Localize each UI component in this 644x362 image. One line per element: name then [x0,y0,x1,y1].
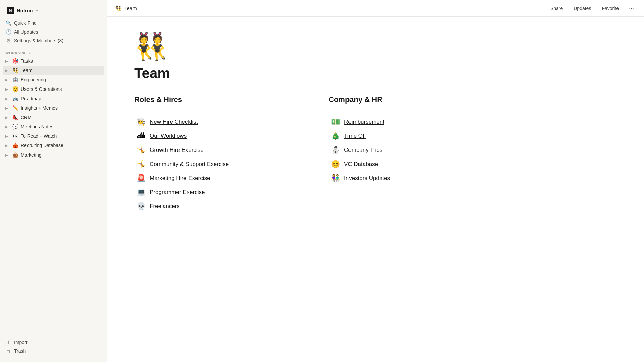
insights-label: Insights + Memos [21,105,58,111]
marketing-hire-label: Marketing Hire Exercise [150,175,210,182]
updates-button[interactable]: Updates [571,4,594,12]
sidebar-item-team[interactable]: ▶ 👯 Team [3,66,104,75]
workflows-label: Our Workflows [150,133,187,139]
arrow-icon: ▶ [5,125,10,129]
sidebar-item-meetings[interactable]: ▶ 💬 Meetings Notes [3,122,104,131]
programmer-emoji: 💻 [136,188,146,197]
investors-label: Investors Updates [344,175,390,182]
sidebar-item-engineering[interactable]: ▶ 🤖 Engineering [3,75,104,84]
app-title[interactable]: N Notion ▾ [4,5,103,16]
read-emoji: 👀 [12,133,19,139]
sidebar-item-tasks[interactable]: ▶ 🎯 Tasks [3,56,104,66]
import-label: Import [14,340,28,345]
crm-emoji: 👠 [12,114,19,120]
sidebar-item-users-operations[interactable]: ▶ 😊 Users & Operations [3,84,104,94]
page-cover-emoji: 👯 [134,33,617,60]
trash-icon: 🗑 [5,348,11,354]
arrow-icon: ▶ [5,134,10,138]
arrow-icon: ▶ [5,59,10,63]
sidebar-item-insights-memos[interactable]: ▶ ✏️ Insights + Memos [3,103,104,113]
clock-icon: 🕐 [5,29,11,35]
roles-hires-section: Roles & Hires 🧑‍🍳 New Hire Checklist 🏙 O… [134,95,309,214]
sidebar-item-quick-find[interactable]: 🔍 Quick Find [3,19,104,27]
sidebar-item-trash[interactable]: 🗑 Trash [3,347,104,355]
link-programmer-exercise[interactable]: 💻 Programmer Exercise [134,185,309,199]
tasks-label: Tasks [21,58,33,64]
freelancers-emoji: 💀 [136,202,146,211]
tasks-emoji: 🎯 [12,58,19,64]
link-freelancers[interactable]: 💀 Freelancers [134,199,309,214]
link-our-workflows[interactable]: 🏙 Our Workflows [134,129,309,143]
sidebar-top: N Notion ▾ [0,3,107,17]
roadmap-emoji: 🚌 [12,96,19,102]
link-community-support[interactable]: 🤸 Community & Support Exercise [134,157,309,171]
marketing-emoji: 👜 [12,152,19,158]
insights-emoji: ✏️ [12,105,19,111]
page-title: Team [134,65,617,82]
arrow-icon: ▶ [5,69,10,72]
link-marketing-hire[interactable]: 🚨 Marketing Hire Exercise [134,171,309,185]
workflows-emoji: 🏙 [136,132,146,140]
new-hire-emoji: 🧑‍🍳 [136,118,146,126]
link-growth-hire-exercise[interactable]: 🤸 Growth Hire Exercise [134,143,309,157]
team-emoji: 👯 [12,67,19,73]
link-new-hire-checklist[interactable]: 🧑‍🍳 New Hire Checklist [134,115,309,129]
content-grid: Roles & Hires 🧑‍🍳 New Hire Checklist 🏙 O… [134,95,503,214]
sidebar-item-settings[interactable]: ⚙ Settings & Members (8) [3,36,104,45]
link-time-off[interactable]: 🎄 Time Off [329,129,503,143]
growth-hire-emoji: 🤸 [136,146,146,155]
sidebar-workspace: ▶ 🎯 Tasks ▶ 👯 Team ▶ 🤖 Engineering ▶ 😊 U… [0,56,107,160]
team-label: Team [21,68,32,73]
favorite-button[interactable]: Favorite [599,4,622,12]
recruiting-emoji: 🎪 [12,142,19,148]
crm-label: CRM [21,115,32,120]
sidebar-item-settings-label: Settings & Members (8) [14,38,63,43]
sidebar-item-marketing[interactable]: ▶ 👜 Marketing [3,150,104,160]
link-investors-updates[interactable]: 👫 Investors Updates [329,171,503,185]
read-label: To Read + Watch [21,133,57,139]
page-content: 👯 Team Roles & Hires 🧑‍🍳 New Hire Checkl… [107,17,644,362]
arrow-icon: ▶ [5,106,10,110]
sidebar-item-all-updates[interactable]: 🕐 All Updates [3,27,104,36]
company-hr-heading: Company & HR [329,95,503,104]
topbar-page-emoji: 👯 [115,5,122,11]
topbar-title: 👯 Team [115,5,137,11]
vc-database-emoji: 😊 [330,160,341,169]
trash-label: Trash [14,348,26,354]
share-button[interactable]: Share [548,4,566,12]
users-emoji: 😊 [12,86,19,92]
meetings-emoji: 💬 [12,124,19,130]
users-label: Users & Operations [21,86,62,92]
community-label: Community & Support Exercise [150,161,229,168]
sidebar-item-to-read-watch[interactable]: ▶ 👀 To Read + Watch [3,131,104,141]
arrow-icon: ▶ [5,116,10,119]
meetings-label: Meetings Notes [21,124,53,129]
sidebar-item-roadmap[interactable]: ▶ 🚌 Roadmap [3,94,104,103]
arrow-icon: ▶ [5,144,10,147]
link-vc-database[interactable]: 😊 VC Database [329,157,503,171]
company-trips-label: Company Trips [344,147,382,154]
freelancers-label: Freelancers [150,203,180,210]
time-off-emoji: 🎄 [330,132,341,140]
sidebar-nav: 🔍 Quick Find 🕐 All Updates ⚙ Settings & … [0,17,107,46]
community-emoji: 🤸 [136,160,146,169]
workspace-label: WORKSPACE [0,46,107,56]
sidebar-item-crm[interactable]: ▶ 👠 CRM [3,113,104,122]
arrow-icon: ▶ [5,153,10,157]
growth-hire-label: Growth Hire Exercise [150,147,204,154]
reimbursement-emoji: 💵 [330,118,341,126]
link-company-trips[interactable]: ⛄ Company Trips [329,143,503,157]
more-button[interactable]: ··· [627,3,636,13]
sidebar-item-import[interactable]: ⬇ Import [3,338,104,347]
notion-icon: N [7,7,14,14]
marketing-hire-emoji: 🚨 [136,174,146,183]
investors-emoji: 👫 [330,174,341,183]
recruiting-label: Recruiting Database [21,143,63,148]
sidebar: N Notion ▾ 🔍 Quick Find 🕐 All Updates ⚙ … [0,0,107,362]
sidebar-item-recruiting[interactable]: ▶ 🎪 Recruiting Database [3,141,104,150]
sidebar-item-quick-find-label: Quick Find [14,20,37,26]
arrow-icon: ▶ [5,97,10,101]
link-reimbursement[interactable]: 💵 Reimbursement [329,115,503,129]
company-trips-emoji: ⛄ [330,146,341,155]
arrow-icon: ▶ [5,87,10,91]
